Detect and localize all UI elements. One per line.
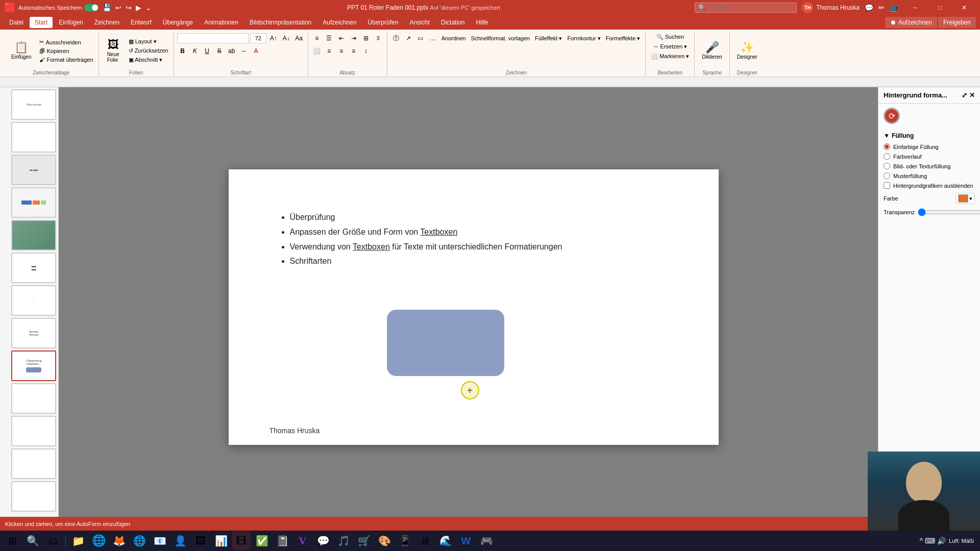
fuellung-title[interactable]: ▼ Füllung bbox=[884, 132, 975, 139]
store-icon[interactable]: 🛒 bbox=[355, 532, 373, 550]
office-icon[interactable]: 📊 bbox=[212, 532, 230, 550]
option-muster[interactable]: Musterfüllung bbox=[884, 172, 975, 179]
pen-icon[interactable]: ✏ bbox=[878, 4, 885, 12]
slide-thumb-63[interactable] bbox=[11, 481, 56, 512]
markieren-button[interactable]: ⬜ Markieren ▾ bbox=[649, 52, 691, 61]
menu-aufzeichnen-right[interactable]: ⏺ Aufzeichnen bbox=[885, 17, 937, 28]
outline-button[interactable]: Formkontur ▾ bbox=[565, 34, 602, 43]
strikethrough-button[interactable]: S bbox=[214, 45, 225, 57]
font-name-input[interactable] bbox=[177, 33, 249, 43]
font-clear-button[interactable]: Aa bbox=[293, 33, 305, 44]
abschnitt-button[interactable]: ▣ Abschnitt ▾ bbox=[127, 56, 170, 64]
minimize-button[interactable]: – bbox=[903, 0, 927, 15]
underline-button[interactable]: U bbox=[202, 45, 213, 57]
option-farbverlauf[interactable]: Farbverlauf bbox=[884, 153, 975, 160]
fill-button[interactable]: Fülleffekt ▾ bbox=[533, 34, 565, 43]
settings-icon[interactable]: 🖥 bbox=[416, 532, 434, 550]
slide-thumb-61[interactable] bbox=[11, 416, 56, 446]
chrome-icon[interactable]: 🌐 bbox=[130, 532, 149, 550]
transparenz-slider[interactable] bbox=[918, 208, 980, 216]
font-increase-button[interactable]: A↑ bbox=[268, 33, 279, 44]
italic-button[interactable]: K bbox=[189, 45, 201, 57]
redo-icon[interactable]: ↪ bbox=[125, 3, 133, 13]
slide-thumb-55[interactable] bbox=[11, 220, 56, 251]
zuruecksetzen-button[interactable]: ↺ Zurücksetzen bbox=[127, 46, 170, 55]
menu-bildschirm[interactable]: Bildschirmpräsentation bbox=[244, 17, 316, 28]
slide-thumb-57[interactable]: · · ·· · · bbox=[11, 285, 56, 316]
line-spacing-button[interactable]: ↕ bbox=[360, 45, 372, 57]
panel-expand-icon[interactable]: ⤢ bbox=[962, 91, 967, 99]
checkbox-hintergrundgrafiken[interactable] bbox=[884, 182, 890, 189]
effect-button[interactable]: Formeffekte ▾ bbox=[604, 34, 643, 43]
format-uebertragen-button[interactable]: 🖌 Format übertragen bbox=[37, 56, 95, 64]
menu-uebergaenge[interactable]: Übergänge bbox=[158, 17, 198, 28]
blue-shape[interactable] bbox=[387, 310, 504, 376]
kopieren-button[interactable]: 🗐 Kopieren bbox=[37, 47, 95, 55]
slide-thumb-56[interactable]: ■■■■■■ bbox=[11, 253, 56, 283]
search-taskbar-icon[interactable]: 🔍 bbox=[23, 532, 42, 550]
phone-icon[interactable]: 📱 bbox=[396, 532, 414, 550]
bullets-button[interactable]: ≡ bbox=[311, 33, 323, 44]
align-right-button[interactable]: ≡ bbox=[336, 45, 347, 57]
diktieren-button[interactable]: 🎤 Diktieren bbox=[698, 40, 726, 62]
maximize-button[interactable]: □ bbox=[928, 0, 951, 15]
menu-dictation[interactable]: Dictation bbox=[436, 17, 470, 28]
taskview-icon[interactable]: 🗂 bbox=[44, 532, 62, 550]
neue-folie-button[interactable]: 🖼 NeueFolie bbox=[102, 37, 125, 65]
slides-panel[interactable]: 51 Tele format 52 53 ■■ ■■■ 54 bbox=[0, 87, 59, 517]
option-hintergrundgrafiken[interactable]: Hintergrundgrafiken ausblenden bbox=[884, 182, 975, 189]
slide-canvas[interactable]: Überprüfung Anpassen der Größe und Form … bbox=[229, 169, 719, 445]
quick-styles-button[interactable]: Schnellformat. vorlagen bbox=[469, 34, 532, 42]
slide-thumb-52[interactable] bbox=[11, 122, 56, 153]
slide-thumb-60[interactable] bbox=[11, 383, 56, 414]
slide-thumb-53[interactable]: ■■ ■■■ bbox=[11, 155, 56, 185]
save-icon[interactable]: 💾 bbox=[102, 3, 112, 13]
farbe-swatch-button[interactable]: ▾ bbox=[955, 193, 975, 204]
color-circle[interactable]: ⟳ bbox=[884, 108, 900, 124]
menu-einfuegen[interactable]: Einfügen bbox=[54, 17, 88, 28]
slide-thumb-51[interactable]: Tele format bbox=[11, 89, 56, 120]
v-icon[interactable]: V bbox=[293, 532, 312, 550]
canvas-area[interactable]: Überprüfung Anpassen der Größe und Form … bbox=[59, 87, 878, 517]
files-icon[interactable]: 📁 bbox=[69, 532, 87, 550]
shape-rect[interactable]: ▭ bbox=[415, 33, 426, 44]
autosave-pill[interactable] bbox=[84, 4, 99, 11]
menu-aufzeichnen[interactable]: Aufzeichnen bbox=[317, 17, 361, 28]
teams-icon[interactable]: 💬 bbox=[314, 532, 332, 550]
option-bild-textur[interactable]: Bild- oder Texturfüllung bbox=[884, 163, 975, 169]
more-icon[interactable]: ⌄ bbox=[144, 3, 153, 13]
onenote-icon[interactable]: 📓 bbox=[273, 532, 291, 550]
autosave-toggle[interactable]: Automatisches Speichern bbox=[18, 4, 99, 11]
suchen-button[interactable]: 🔍 Suchen bbox=[654, 33, 686, 41]
char-spacing-button[interactable]: ↔ bbox=[238, 45, 250, 57]
slide-thumb-59[interactable]: • Überprüfung • Anpassen... bbox=[11, 350, 56, 381]
menu-ansicht[interactable]: Ansicht bbox=[404, 17, 434, 28]
panel-close-icon[interactable]: ✕ bbox=[969, 91, 975, 99]
menu-ueberpruefen[interactable]: Überprüfen bbox=[362, 17, 403, 28]
menu-datei[interactable]: Datei bbox=[4, 17, 29, 28]
present-icon[interactable]: ▶ bbox=[135, 3, 142, 13]
slide-thumb-54[interactable] bbox=[11, 187, 56, 218]
font-size-input[interactable] bbox=[250, 33, 266, 43]
layout-button[interactable]: ▦ Layout ▾ bbox=[127, 37, 170, 46]
people-icon[interactable]: 👤 bbox=[171, 532, 189, 550]
decrease-indent-button[interactable]: ⇤ bbox=[336, 33, 347, 44]
slide-thumb-58[interactable]: Text boxText box bbox=[11, 318, 56, 348]
todo-icon[interactable]: ✅ bbox=[253, 532, 271, 550]
menu-entwurf[interactable]: Entwurf bbox=[126, 17, 157, 28]
radio-muster[interactable] bbox=[884, 172, 890, 179]
numbering-button[interactable]: ☰ bbox=[324, 33, 335, 44]
ppt-icon[interactable]: 🎞 bbox=[232, 532, 251, 550]
columns-button[interactable]: ⊞ bbox=[360, 33, 372, 44]
search-input[interactable] bbox=[708, 4, 779, 11]
stream-icon[interactable]: 🌊 bbox=[436, 532, 455, 550]
photos-icon[interactable]: 🖼 bbox=[191, 532, 210, 550]
spotify-icon[interactable]: 🎵 bbox=[334, 532, 353, 550]
shadow-button[interactable]: ab bbox=[226, 45, 237, 57]
designer-button[interactable]: ✨ Designer bbox=[733, 40, 762, 62]
font-decrease-button[interactable]: A↓ bbox=[281, 33, 292, 44]
option-einfarbig[interactable]: Einfarbige Füllung bbox=[884, 143, 975, 150]
menu-freigeben[interactable]: Freigeben bbox=[938, 17, 976, 28]
start-icon[interactable]: ⊞ bbox=[3, 532, 21, 550]
mail-icon[interactable]: 📧 bbox=[151, 532, 169, 550]
